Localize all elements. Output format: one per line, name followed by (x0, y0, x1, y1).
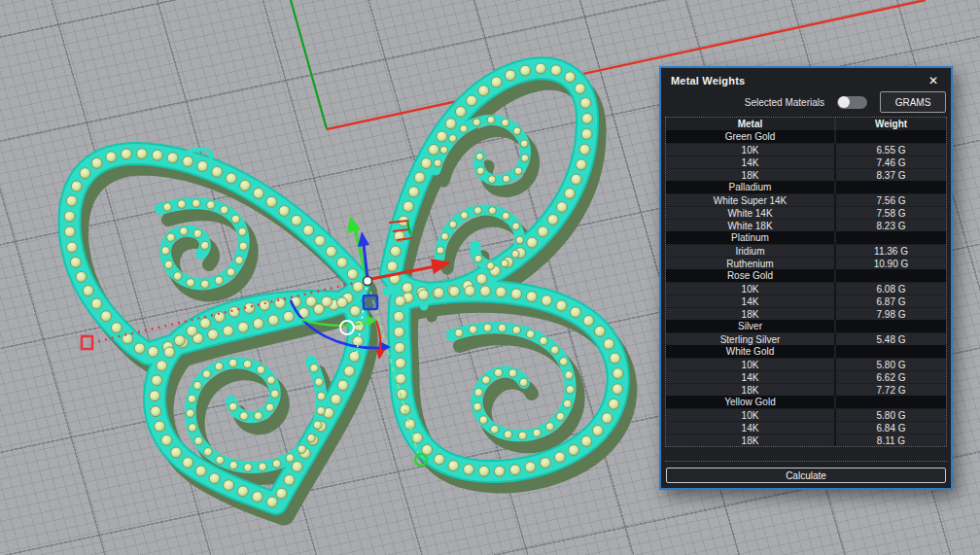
gumball-plane-handle[interactable] (364, 295, 377, 309)
gem-setting (64, 226, 75, 237)
gem-setting (275, 298, 286, 309)
gem-setting (551, 346, 560, 355)
gem-setting (221, 206, 229, 215)
gem-setting (565, 189, 576, 199)
close-icon[interactable]: ✕ (926, 73, 941, 88)
gem-setting (580, 98, 591, 109)
gem-setting (226, 173, 236, 184)
calculate-button[interactable]: Calculate (666, 468, 946, 483)
gem-setting (186, 409, 194, 418)
gem-setting (520, 140, 528, 148)
gem-setting (229, 402, 238, 411)
gem-setting (229, 461, 238, 469)
gem-setting (390, 246, 401, 257)
gem-setting (478, 86, 489, 96)
metal-row: 14K6.87 G (666, 295, 946, 307)
gem-setting (520, 65, 531, 76)
gem-setting (223, 326, 233, 336)
gem-setting (449, 134, 457, 142)
gem-setting (592, 426, 603, 436)
clipping-handle-square[interactable] (82, 336, 92, 349)
gem-setting (303, 225, 314, 236)
gem-setting (239, 242, 248, 251)
gem-setting (313, 421, 322, 430)
gem-setting (542, 295, 552, 306)
gem-setting (560, 358, 569, 366)
gem-setting (487, 116, 495, 123)
gumball-origin[interactable] (364, 277, 372, 286)
gem-setting (215, 276, 224, 285)
gem-setting (563, 399, 572, 408)
gem-setting (536, 63, 546, 74)
gem-setting (207, 201, 216, 210)
gem-setting (315, 378, 324, 387)
gem-setting (501, 260, 508, 267)
butterfly-model[interactable] (64, 63, 626, 514)
gem-setting (224, 480, 234, 491)
gem-setting (602, 413, 612, 424)
units-button[interactable]: GRAMS (880, 91, 946, 113)
gem-setting (183, 156, 193, 167)
gem-setting (496, 287, 507, 297)
gem-setting (519, 378, 528, 387)
gem-setting (67, 242, 78, 253)
gem-setting (612, 368, 623, 379)
gem-setting (566, 386, 575, 395)
gem-setting (460, 125, 468, 133)
selected-materials-toggle[interactable] (837, 96, 867, 109)
gem-setting (178, 200, 187, 209)
gem-setting (480, 286, 491, 296)
metal-row: 10K5.80 G (666, 408, 946, 421)
metal-weights-table: Metal Weight Green Gold10K6.55 G14K7.46 … (665, 117, 947, 447)
gem-setting (317, 406, 326, 415)
metal-row: 18K8.11 G (666, 434, 946, 446)
gem-setting (476, 167, 484, 175)
gem-setting (122, 149, 132, 159)
panel-controls: Selected Materials GRAMS (661, 91, 951, 117)
y-axis-line (291, 0, 327, 129)
gem-setting (582, 114, 593, 124)
gem-setting (227, 268, 235, 277)
gem-setting (91, 157, 102, 168)
gem-setting (71, 181, 82, 191)
metal-row: Ruthenium10.90 G (666, 257, 946, 269)
gem-setting (461, 212, 469, 220)
metal-row: Iridium11.36 G (666, 244, 946, 257)
gem-setting (540, 336, 548, 345)
metal-row: Sterling Silver5.48 G (666, 332, 946, 345)
gem-setting (434, 288, 444, 298)
gem-setting (554, 452, 565, 463)
gem-setting (521, 155, 529, 162)
panel-title: Metal Weights (671, 75, 745, 87)
gem-setting (526, 292, 537, 302)
metal-weights-panel: Metal Weights ✕ Selected Materials GRAMS… (659, 66, 953, 490)
gem-setting (337, 380, 348, 391)
gem-setting (350, 305, 361, 316)
gem-setting (212, 166, 223, 177)
gem-setting (353, 282, 364, 293)
gem-setting (91, 298, 102, 309)
gem-setting (315, 235, 326, 246)
gem-setting (526, 330, 535, 339)
gem-setting (80, 168, 90, 179)
gem-setting (509, 465, 520, 475)
table-header-row: Metal Weight (666, 118, 946, 130)
gem-setting (155, 421, 165, 432)
gem-setting (197, 161, 208, 172)
gem-setting (403, 201, 414, 212)
gem-setting (187, 279, 195, 288)
gem-setting (488, 176, 496, 184)
gem-setting (449, 221, 457, 228)
gem-setting (491, 77, 502, 87)
gem-setting (397, 389, 407, 399)
gem-setting (512, 326, 521, 334)
metal-row: 10K5.80 G (666, 358, 946, 370)
gem-setting (538, 226, 548, 237)
gem-setting (215, 363, 224, 371)
gem-setting (195, 466, 206, 476)
gem-setting (253, 188, 263, 198)
gem-setting (317, 392, 326, 400)
gem-setting (310, 364, 319, 373)
gem-setting (244, 464, 253, 472)
gem-setting (150, 391, 160, 401)
